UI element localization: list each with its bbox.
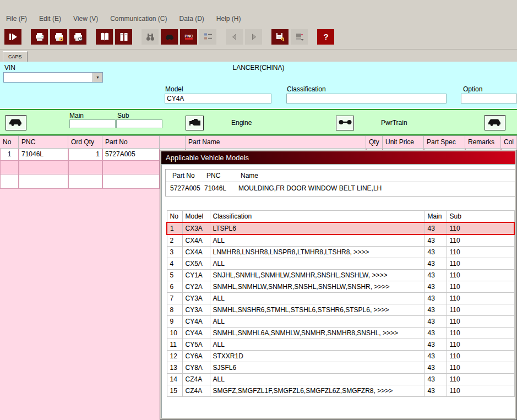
vehicle-button[interactable] xyxy=(161,29,178,45)
model-cell-classification[interactable]: ALL xyxy=(210,374,425,385)
model-cell-no[interactable]: 15 xyxy=(167,385,182,397)
model-cell-classification[interactable]: SMGFZ,SMGFZL1F,SMGFZL6,SMGFZL6Z,SMGFZR8,… xyxy=(210,385,425,397)
menu-item[interactable]: Data (D) xyxy=(173,15,210,23)
model-cell-no[interactable]: 13 xyxy=(167,362,182,374)
model-cell-main[interactable]: 43 xyxy=(425,281,447,293)
tab-caps[interactable]: CAPS xyxy=(3,51,28,62)
model-cell-no[interactable]: 7 xyxy=(167,293,182,304)
model-cell-classification[interactable]: ALL xyxy=(210,258,425,270)
forward-button[interactable] xyxy=(245,29,262,45)
parts-cell[interactable] xyxy=(0,161,19,174)
model-cell-classification[interactable]: STXXR1D xyxy=(210,351,425,362)
model-cell-no[interactable]: 3 xyxy=(167,247,182,258)
engine-group-button[interactable] xyxy=(186,116,204,130)
body2-group-button[interactable] xyxy=(485,115,505,130)
model-cell-main[interactable]: 43 xyxy=(425,234,447,247)
print-setup-button[interactable] xyxy=(69,29,86,45)
model-cell-main[interactable]: 43 xyxy=(425,362,447,374)
model-cell-no[interactable]: 9 xyxy=(167,316,182,328)
print-button[interactable] xyxy=(31,29,48,45)
menu-item[interactable]: Help (H) xyxy=(210,15,247,23)
index-button[interactable] xyxy=(115,29,132,45)
pnc-button[interactable]: PNC xyxy=(180,29,197,45)
model-cell-sub[interactable]: 110 xyxy=(447,316,514,328)
model-field[interactable] xyxy=(165,94,271,103)
model-row[interactable]: 7CY3AALL43110 xyxy=(167,293,514,304)
model-cell-model[interactable]: CY8A xyxy=(182,362,210,374)
list-button[interactable] xyxy=(199,29,216,45)
menu-item[interactable]: Communication (C) xyxy=(104,15,173,23)
model-row[interactable]: 10CY4ASNMHL,SNMHL6A,SNMHLW,SNMHR,SNMHR8,… xyxy=(167,328,514,339)
help-button[interactable]: ? xyxy=(317,29,334,45)
model-cell-model[interactable]: CY3A xyxy=(182,304,210,316)
model-row[interactable]: 12CY6ASTXXR1D43110 xyxy=(167,351,514,362)
save-button[interactable] xyxy=(271,29,289,45)
model-row[interactable]: 2CX4AALL43110 xyxy=(167,234,514,247)
export-button[interactable] xyxy=(291,29,308,45)
model-cell-no[interactable]: 12 xyxy=(167,351,182,362)
parts-cell[interactable]: 71046L xyxy=(19,149,68,161)
model-cell-classification[interactable]: ALL xyxy=(210,339,425,351)
model-row[interactable]: 5CY1ASNJHL,SNMHL,SNMHLW,SNMHR,SNSHL,SNSH… xyxy=(167,270,514,281)
vin-combobox[interactable]: ▼ xyxy=(3,72,103,83)
parts-cell[interactable] xyxy=(19,161,68,174)
sub-field[interactable] xyxy=(116,119,162,128)
parts-cell[interactable] xyxy=(68,174,102,189)
model-cell-no[interactable]: 5 xyxy=(167,270,182,281)
vin-input[interactable] xyxy=(4,73,92,82)
vin-dropdown-button[interactable]: ▼ xyxy=(92,73,102,82)
model-cell-main[interactable]: 43 xyxy=(425,328,447,339)
model-cell-sub[interactable]: 110 xyxy=(447,247,514,258)
model-cell-sub[interactable]: 110 xyxy=(447,293,514,304)
parts-cell[interactable]: 5727A005 xyxy=(102,149,160,161)
model-row[interactable]: 4CX5AALL43110 xyxy=(167,258,514,270)
model-cell-model[interactable]: CY1A xyxy=(182,270,210,281)
model-cell-main[interactable]: 43 xyxy=(425,270,447,281)
model-cell-model[interactable]: CY3A xyxy=(182,293,210,304)
model-row[interactable]: 3CX4ALNMHR8,LNSHR8,LNSPR8,LTMHR8,LTSHR8,… xyxy=(167,247,514,258)
menu-item[interactable]: File (F) xyxy=(0,15,33,23)
model-cell-main[interactable]: 43 xyxy=(425,339,447,351)
model-cell-model[interactable]: CY6A xyxy=(182,351,210,362)
model-cell-model[interactable]: CX5A xyxy=(182,258,210,270)
model-cell-sub[interactable]: 110 xyxy=(447,328,514,339)
model-cell-classification[interactable]: SJSFL6 xyxy=(210,362,425,374)
option-field[interactable] xyxy=(461,94,517,103)
body-group-button[interactable] xyxy=(6,115,26,130)
model-cell-main[interactable]: 43 xyxy=(425,374,447,385)
model-cell-sub[interactable]: 110 xyxy=(447,339,514,351)
model-cell-sub[interactable]: 110 xyxy=(447,351,514,362)
model-row[interactable]: 14CZ4AALL43110 xyxy=(167,374,514,385)
model-row[interactable]: 11CY5AALL43110 xyxy=(167,339,514,351)
model-cell-classification[interactable]: ALL xyxy=(210,234,425,247)
menu-item[interactable]: Edit (E) xyxy=(33,15,67,23)
parts-cell[interactable] xyxy=(102,174,160,189)
model-cell-classification[interactable]: ALL xyxy=(210,316,425,328)
model-cell-main[interactable]: 43 xyxy=(425,316,447,328)
model-cell-model[interactable]: CY4A xyxy=(182,316,210,328)
parts-cell[interactable] xyxy=(102,161,160,174)
model-cell-model[interactable]: CY4A xyxy=(182,328,210,339)
search-button[interactable] xyxy=(142,29,159,45)
model-cell-sub[interactable]: 110 xyxy=(447,385,514,397)
goto-button[interactable] xyxy=(4,29,21,45)
model-cell-classification[interactable]: SNMHL,SNMHLW,SNMHR,SNSHL,SNSHLW,SNSHR, >… xyxy=(210,281,425,293)
model-cell-classification[interactable]: LNMHR8,LNSHR8,LNSPR8,LTMHR8,LTSHR8, >>>> xyxy=(210,247,425,258)
model-row[interactable]: 8CY3ASNMHL,SNSHR6,STMHL,STSHL6,STSHR6,ST… xyxy=(167,304,514,316)
model-cell-sub[interactable]: 110 xyxy=(447,270,514,281)
dialog-titlebar[interactable]: Applicable Vehicle Models xyxy=(161,151,515,164)
model-cell-model[interactable]: CZ4A xyxy=(182,374,210,385)
parts-cell[interactable] xyxy=(68,161,102,174)
model-cell-classification[interactable]: SNMHL,SNSHR6,STMHL,STSHL6,STSHR6,STSPL6,… xyxy=(210,304,425,316)
model-row[interactable]: 1CX3ALTSPL643110 xyxy=(167,222,514,234)
model-cell-no[interactable]: 1 xyxy=(167,222,182,234)
model-cell-main[interactable]: 43 xyxy=(425,385,447,397)
model-cell-sub[interactable]: 110 xyxy=(447,362,514,374)
pwrtrain-group-button[interactable] xyxy=(336,116,354,130)
model-cell-main[interactable]: 43 xyxy=(425,258,447,270)
model-cell-main[interactable]: 43 xyxy=(425,304,447,316)
model-cell-no[interactable]: 11 xyxy=(167,339,182,351)
model-cell-sub[interactable]: 110 xyxy=(447,304,514,316)
model-row[interactable]: 6CY2ASNMHL,SNMHLW,SNMHR,SNSHL,SNSHLW,SNS… xyxy=(167,281,514,293)
model-cell-main[interactable]: 43 xyxy=(425,247,447,258)
